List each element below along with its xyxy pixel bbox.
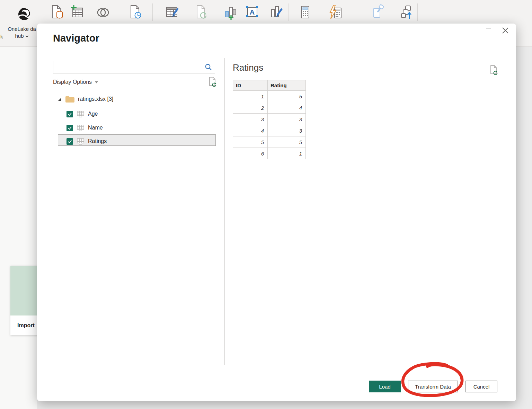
column-header[interactable]: Rating	[268, 80, 306, 91]
dialog-title: Navigator	[53, 33, 99, 44]
display-options-dropdown[interactable]: Display Options	[53, 79, 98, 85]
display-options-label: Display Options	[53, 79, 92, 85]
load-button[interactable]: Load	[369, 381, 401, 392]
tree-root-label[interactable]: ratings.xlsx [3]	[78, 96, 113, 102]
tree-root-ratings-xlsx[interactable]: ratings.xlsx [3]	[57, 95, 113, 103]
preview-table: ID Rating 1 5 2 4 3 3 4 3 5 5 6 1	[233, 80, 306, 159]
sensitivity-icon[interactable]	[369, 3, 386, 21]
transform-data-button[interactable]: Transform Data	[408, 381, 458, 392]
table-row: 6 1	[233, 148, 306, 159]
checkbox-checked-icon[interactable]	[66, 125, 73, 131]
ribbon-separator	[152, 3, 153, 21]
quick-measure-icon[interactable]	[328, 3, 344, 21]
checkbox-checked-icon[interactable]	[66, 111, 73, 117]
chevron-down-icon	[95, 81, 98, 83]
worksheet-icon	[77, 138, 84, 145]
navigator-dialog: Navigator Display Options ratings.xlsx […	[37, 24, 516, 401]
ribbon-separator	[417, 3, 418, 21]
cell-rating: 4	[268, 102, 306, 114]
tree-item-ratings[interactable]: Ratings	[66, 137, 107, 146]
pane-divider	[224, 58, 225, 365]
tree-item-label[interactable]: Age	[88, 111, 98, 117]
cell-rating: 5	[268, 136, 306, 148]
close-icon[interactable]	[501, 26, 509, 35]
refresh-ribbon-icon[interactable]	[193, 3, 210, 21]
tree-item-name[interactable]: Name	[66, 123, 103, 132]
maximize-icon[interactable]	[486, 28, 491, 33]
new-visual-icon[interactable]	[222, 3, 239, 21]
cell-rating: 5	[268, 91, 306, 102]
ribbon-separator	[212, 3, 212, 21]
worksheet-icon	[77, 111, 84, 117]
folder-icon	[65, 95, 75, 103]
table-row: 2 4	[233, 102, 306, 114]
cut-ribbon-label-fragment: k	[0, 34, 3, 39]
tree-item-age[interactable]: Age	[66, 109, 98, 118]
table-row: 4 3	[233, 125, 306, 136]
cell-rating: 1	[268, 148, 306, 159]
text-box-icon[interactable]: A	[244, 3, 260, 21]
search-box[interactable]	[53, 61, 215, 73]
refresh-preview-icon[interactable]	[489, 64, 498, 77]
enter-data-icon[interactable]	[69, 3, 85, 21]
transform-data-ribbon-icon[interactable]	[164, 3, 180, 21]
cell-id: 3	[233, 114, 268, 125]
column-header[interactable]: ID	[233, 80, 268, 91]
cell-id: 5	[233, 136, 268, 148]
more-visuals-icon[interactable]	[267, 3, 284, 21]
tree-item-label[interactable]: Name	[88, 125, 103, 131]
checkbox-checked-icon[interactable]	[66, 138, 73, 145]
worksheet-icon	[77, 125, 84, 131]
onelake-data-hub-icon[interactable]	[16, 4, 33, 23]
report-canvas: Import	[0, 47, 37, 409]
search-input[interactable]	[53, 61, 204, 73]
ribbon-separator	[389, 3, 389, 21]
cancel-button[interactable]: Cancel	[466, 381, 497, 392]
publish-icon[interactable]	[398, 3, 415, 21]
table-row: 5 5	[233, 136, 306, 148]
recent-sources-icon[interactable]	[127, 3, 144, 21]
svg-text:A: A	[250, 8, 255, 16]
refresh-preview-icon[interactable]	[208, 76, 217, 89]
ribbon-separator	[354, 3, 354, 21]
table-row: 3 3	[233, 114, 306, 125]
preview-table-header-row: ID Rating	[233, 80, 306, 91]
cell-rating: 3	[268, 125, 306, 136]
ribbon-separator	[289, 3, 289, 21]
search-icon[interactable]	[205, 63, 212, 72]
cell-id: 4	[233, 125, 268, 136]
cell-id: 2	[233, 102, 268, 114]
get-data-icon[interactable]	[49, 3, 65, 21]
dataverse-icon[interactable]	[95, 3, 111, 21]
expand-collapse-icon[interactable]	[57, 97, 62, 101]
table-row: 1 5	[233, 91, 306, 102]
chevron-down-icon	[25, 33, 29, 39]
cell-id: 6	[233, 148, 268, 159]
cell-id: 1	[233, 91, 268, 102]
preview-table-title: Ratings	[233, 62, 263, 73]
new-measure-icon[interactable]	[297, 3, 313, 21]
cell-rating: 3	[268, 114, 306, 125]
tree-item-label[interactable]: Ratings	[88, 138, 107, 144]
